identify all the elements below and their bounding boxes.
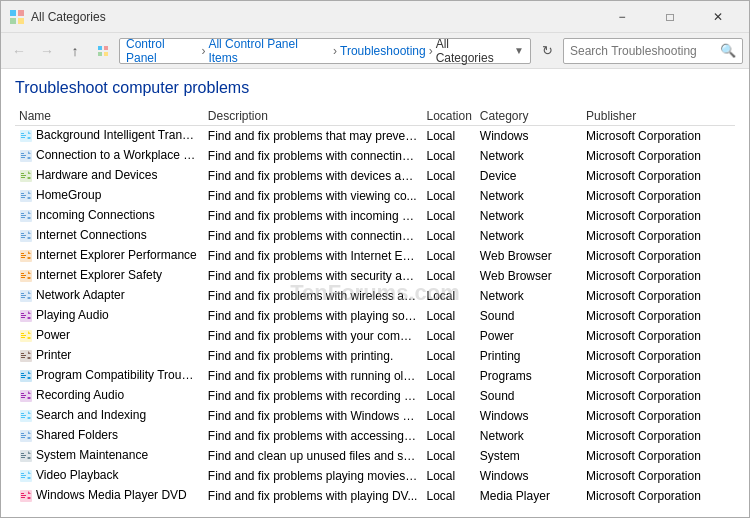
cell-name: Internet Explorer Performance	[15, 246, 204, 266]
cell-category: Network	[476, 426, 582, 446]
svg-rect-42	[21, 295, 26, 296]
header-category[interactable]: Category	[476, 107, 582, 126]
svg-rect-21	[21, 193, 24, 194]
svg-rect-7	[104, 52, 108, 56]
breadcrumb-troubleshooting[interactable]: Troubleshooting	[340, 44, 426, 58]
table-container[interactable]: Name Description Location Category Publi…	[15, 107, 735, 507]
svg-rect-54	[21, 355, 26, 356]
svg-rect-77	[21, 473, 24, 474]
cell-name: Windows Media Player DVD	[15, 486, 204, 506]
svg-rect-63	[21, 397, 25, 398]
cell-desc: Find and fix problems with accessing fil…	[204, 426, 423, 446]
table-row[interactable]: Hardware and DevicesFind and fix problem…	[15, 166, 735, 186]
cell-location: Local	[422, 406, 475, 426]
table-row[interactable]: Network AdapterFind and fix problems wit…	[15, 286, 735, 306]
refresh-button[interactable]: ↻	[535, 39, 559, 63]
svg-rect-73	[21, 453, 24, 454]
cell-location: Local	[422, 306, 475, 326]
table-row[interactable]: Windows Media Player DVDFind and fix pro…	[15, 486, 735, 506]
svg-rect-37	[21, 273, 24, 274]
cell-publisher: Microsoft Corporation	[582, 406, 735, 426]
header-name[interactable]: Name	[15, 107, 204, 126]
table-row[interactable]: Search and IndexingFind and fix problems…	[15, 406, 735, 426]
header-desc[interactable]: Description	[204, 107, 423, 126]
table-row[interactable]: Background Intelligent Transfer ServiceF…	[15, 126, 735, 146]
recent-locations-button[interactable]	[91, 39, 115, 63]
breadcrumb-control-panel[interactable]: Control Panel	[126, 37, 198, 65]
breadcrumb[interactable]: Control Panel › All Control Panel Items …	[119, 38, 531, 64]
table-row[interactable]: Internet Explorer PerformanceFind and fi…	[15, 246, 735, 266]
table-row[interactable]: Connection to a Workplace Using DirectAc…	[15, 146, 735, 166]
svg-rect-83	[21, 497, 25, 498]
svg-rect-27	[21, 217, 25, 218]
table-row[interactable]: Playing AudioFind and fix problems with …	[15, 306, 735, 326]
back-button[interactable]: ←	[7, 39, 31, 63]
table-row[interactable]: Recording AudioFind and fix problems wit…	[15, 386, 735, 406]
table-row[interactable]: Internet Explorer SafetyFind and fix pro…	[15, 266, 735, 286]
svg-rect-4	[98, 46, 102, 50]
svg-rect-43	[21, 297, 25, 298]
svg-rect-11	[21, 137, 25, 138]
table-row[interactable]: PowerFind and fix problems with your com…	[15, 326, 735, 346]
table-row[interactable]: Shared FoldersFind and fix problems with…	[15, 426, 735, 446]
svg-rect-6	[98, 52, 102, 56]
cell-desc: Find and fix problems with the Window...	[204, 506, 423, 508]
cell-name: Windows Media Player Library	[15, 506, 204, 508]
svg-rect-61	[21, 393, 24, 394]
table-row[interactable]: Internet ConnectionsFind and fix problem…	[15, 226, 735, 246]
table-row[interactable]: PrinterFind and fix problems with printi…	[15, 346, 735, 366]
table-row[interactable]: Video PlaybackFind and fix problems play…	[15, 466, 735, 486]
table-row[interactable]: Program Compatibility TroubleshooterFind…	[15, 366, 735, 386]
cell-publisher: Microsoft Corporation	[582, 486, 735, 506]
cell-category: Network	[476, 186, 582, 206]
cell-location: Local	[422, 506, 475, 508]
maximize-button[interactable]: □	[647, 2, 693, 32]
table-row[interactable]: HomeGroupFind and fix problems with view…	[15, 186, 735, 206]
cell-name: Internet Connections	[15, 226, 204, 246]
cell-publisher: Microsoft Corporation	[582, 366, 735, 386]
table-row[interactable]: System MaintenanceFind and clean up unus…	[15, 446, 735, 466]
svg-rect-71	[21, 437, 25, 438]
breadcrumb-dropdown-arrow[interactable]: ▼	[514, 45, 524, 56]
cell-category: Windows	[476, 466, 582, 486]
cell-name: Hardware and Devices	[15, 166, 204, 186]
cell-name: Shared Folders	[15, 426, 204, 446]
cell-category: Sound	[476, 306, 582, 326]
header-publisher[interactable]: Publisher	[582, 107, 735, 126]
table-row[interactable]: Windows Media Player LibraryFind and fix…	[15, 506, 735, 508]
cell-category: Network	[476, 226, 582, 246]
svg-rect-15	[21, 157, 25, 158]
svg-rect-41	[21, 293, 24, 294]
svg-rect-46	[21, 315, 26, 316]
svg-rect-3	[18, 18, 24, 24]
svg-rect-18	[21, 175, 26, 176]
up-button[interactable]: ↑	[63, 39, 87, 63]
cell-publisher: Microsoft Corporation	[582, 246, 735, 266]
close-button[interactable]: ✕	[695, 2, 741, 32]
cell-desc: Find and fix problems playing movies, t.…	[204, 466, 423, 486]
cell-publisher: Microsoft Corporation	[582, 146, 735, 166]
cell-location: Local	[422, 166, 475, 186]
cell-name: Video Playback	[15, 466, 204, 486]
table-row[interactable]: Incoming ConnectionsFind and fix problem…	[15, 206, 735, 226]
search-box[interactable]: 🔍	[563, 38, 743, 64]
page-title: Troubleshoot computer problems	[15, 79, 735, 97]
search-input[interactable]	[570, 44, 720, 58]
cell-publisher: Microsoft Corporation	[582, 286, 735, 306]
cell-name: Playing Audio	[15, 306, 204, 326]
cell-desc: Find and fix problems with incoming co..…	[204, 206, 423, 226]
minimize-button[interactable]: −	[599, 2, 645, 32]
header-location[interactable]: Location	[422, 107, 475, 126]
cell-desc: Find and fix problems that may prevent..…	[204, 126, 423, 146]
cell-desc: Find and fix problems with Windows Se...	[204, 406, 423, 426]
cell-desc: Find and fix problems with wireless and.…	[204, 286, 423, 306]
breadcrumb-all-items[interactable]: All Control Panel Items	[208, 37, 330, 65]
svg-rect-17	[21, 173, 24, 174]
cell-desc: Find and fix problems with playing sou..…	[204, 306, 423, 326]
cell-location: Local	[422, 426, 475, 446]
svg-rect-23	[21, 197, 25, 198]
forward-button[interactable]: →	[35, 39, 59, 63]
search-icon[interactable]: 🔍	[720, 43, 736, 58]
cell-publisher: Microsoft Corporation	[582, 226, 735, 246]
cell-name: Power	[15, 326, 204, 346]
